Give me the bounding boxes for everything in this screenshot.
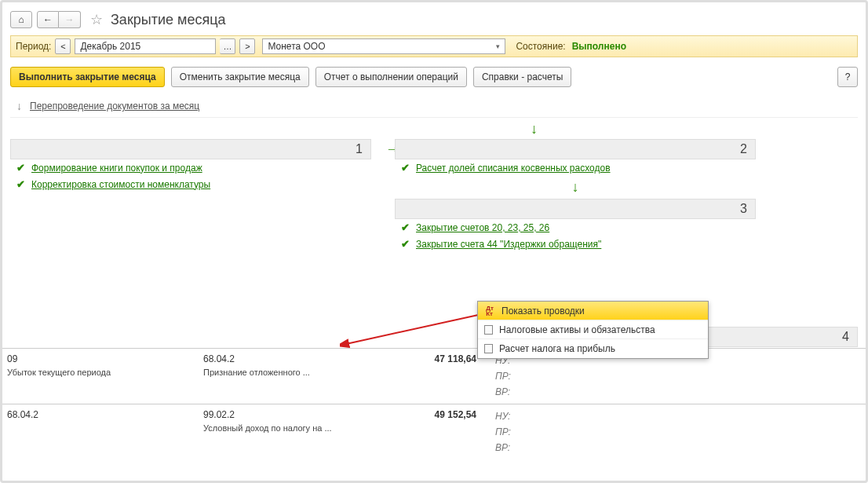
debit-desc (2, 422, 199, 434)
status-value: Выполнено (572, 41, 626, 52)
debit-account: 09 (2, 352, 199, 366)
credit-desc: Признание отложенного ... (199, 366, 379, 379)
nav-back-button[interactable]: ← (37, 11, 59, 28)
flow-arrow-down-icon: ↓ (210, 121, 858, 137)
dropdown-icon: ▾ (496, 42, 500, 50)
organization-select[interactable]: Монета ООО ▾ (262, 38, 505, 54)
check-icon: ✔ (401, 238, 410, 250)
menu-profit-tax[interactable]: Расчет налога на прибыль (478, 339, 708, 358)
report-button[interactable]: Отчет о выполнении операций (315, 67, 467, 87)
period-bar: Период: < Декабрь 2015 … > Монета ООО ▾ … (10, 35, 858, 57)
reprov-row: ↓ Перепроведение документов за месяц (10, 95, 858, 118)
period-prev-button[interactable]: < (55, 38, 71, 54)
document-icon (484, 344, 493, 353)
dtkt-icon: ДтКт (484, 306, 495, 317)
context-menu: ДтКт Показать проводки Налоговые активы … (477, 301, 709, 359)
vr-label: ВР: (491, 385, 522, 399)
check-icon: ✔ (16, 178, 25, 190)
credit-account: 99.02.2 (199, 408, 379, 422)
refs-button[interactable]: Справки - расчеты (473, 67, 571, 87)
down-arrow-icon: ↓ (16, 100, 22, 112)
debit-desc: Убыток текущего периода (2, 366, 199, 379)
step-3-header: 3 (395, 199, 756, 219)
op-link[interactable]: Формирование книги покупок и продаж (31, 163, 202, 174)
step-2-header: 2 (395, 139, 756, 159)
menu-label: Налоговые активы и обязательства (499, 324, 655, 335)
status-label: Состояние: (516, 41, 565, 52)
period-label: Период: (16, 41, 51, 52)
flow-arrow-down-icon: ↓ (395, 179, 756, 196)
credit-account: 68.04.2 (199, 352, 379, 366)
table-row: 68.04.2 99.02.2 49 152,54 Условный доход… (2, 404, 866, 459)
nav-forward-button: → (59, 11, 81, 28)
op-link[interactable]: Расчет долей списания косвенных расходов (416, 163, 611, 174)
debit-account: 68.04.2 (2, 408, 199, 422)
favorite-star-icon[interactable]: ☆ (90, 11, 103, 28)
menu-show-entries[interactable]: ДтКт Показать проводки (478, 302, 708, 320)
table-row: 09 68.04.2 47 118,64 Убыток текущего пер… (2, 348, 866, 404)
period-select-button[interactable]: … (220, 38, 235, 54)
home-button[interactable]: ⌂ (10, 11, 32, 28)
op-link[interactable]: Корректировка стоимости номенклатуры (31, 179, 210, 190)
right-column: 2 ✔ Расчет долей списания косвенных расх… (395, 139, 756, 252)
step-1-header: 1 (10, 139, 371, 159)
svg-line-0 (346, 313, 489, 344)
vr-label: ВР: (491, 441, 522, 455)
page-title: Закрытие месяца (111, 12, 225, 28)
organization-value: Монета ООО (268, 41, 325, 52)
menu-label: Показать проводки (501, 306, 585, 317)
menu-tax-assets[interactable]: Налоговые активы и обязательства (478, 320, 708, 339)
nu-label: НУ: (491, 409, 522, 423)
pr-label: ПР: (491, 369, 522, 383)
step-1-block: 1 ✔ Формирование книги покупок и продаж … (10, 139, 371, 252)
check-icon: ✔ (401, 221, 410, 233)
check-icon: ✔ (16, 162, 25, 174)
period-value[interactable]: Декабрь 2015 (75, 38, 216, 54)
entries-table: 09 68.04.2 47 118,64 Убыток текущего пер… (2, 348, 866, 481)
pr-label: ПР: (491, 425, 522, 439)
op-link[interactable]: Закрытие счета 44 "Издержки обращения" (416, 239, 601, 250)
check-icon: ✔ (401, 162, 410, 174)
reprov-link[interactable]: Перепроведение документов за месяц (30, 101, 199, 112)
menu-label: Расчет налога на прибыль (499, 343, 615, 354)
amount: 47 118,64 (379, 352, 481, 366)
credit-desc: Условный доход по налогу на ... (199, 422, 379, 434)
amount: 49 152,54 (379, 408, 481, 422)
execute-button[interactable]: Выполнить закрытие месяца (10, 67, 165, 87)
document-icon (484, 325, 493, 335)
period-next-button[interactable]: > (239, 38, 255, 54)
cancel-button[interactable]: Отменить закрытие месяца (171, 67, 309, 87)
help-button[interactable]: ? (837, 67, 858, 87)
op-link[interactable]: Закрытие счетов 20, 23, 25, 26 (416, 222, 549, 233)
